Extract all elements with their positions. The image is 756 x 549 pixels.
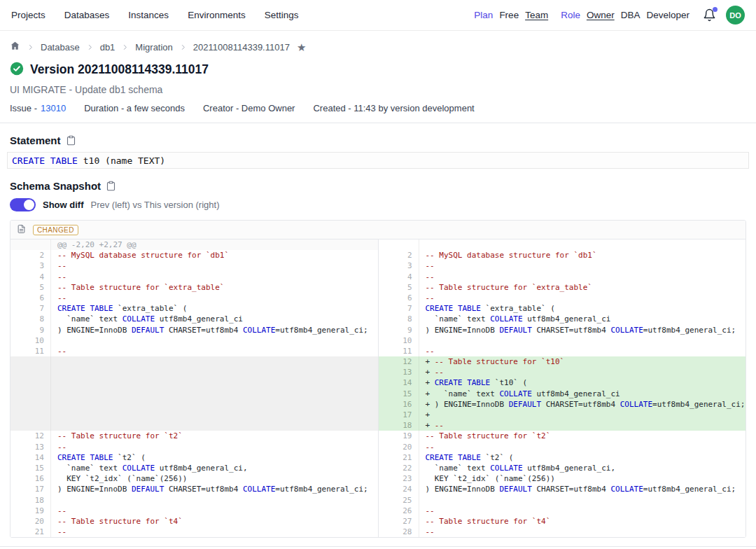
snapshot-section-header: Schema Snapshot — [10, 180, 746, 192]
line-number: 17 — [10, 484, 51, 494]
line-number: 19 — [10, 506, 51, 516]
diff-cell-right: 28-- — [379, 527, 746, 537]
diff-body[interactable]: @@ -2,20 +2,27 @@2-- MySQL database stru… — [10, 239, 746, 537]
code-line: -- — [51, 260, 378, 271]
role-option-owner[interactable]: Owner — [587, 10, 615, 20]
bell-icon[interactable] — [703, 8, 717, 22]
home-icon[interactable] — [10, 41, 20, 53]
breadcrumb-db1[interactable]: db1 — [100, 42, 115, 53]
line-number — [10, 399, 51, 410]
nav-right: Plan Free Team Role Owner DBA Developer … — [474, 6, 745, 25]
diff-row: 7CREATE TABLE `extra_table` (7CREATE TAB… — [10, 303, 746, 314]
code-line: -- — [51, 527, 378, 537]
chevron-right-icon — [121, 43, 129, 51]
plan-option-team[interactable]: Team — [525, 10, 548, 20]
code-line: CREATE TABLE `extra_table` ( — [51, 303, 378, 314]
show-diff-toggle[interactable] — [10, 198, 36, 211]
diff-cell-left: 21-- — [10, 527, 379, 537]
diff-cell-left — [10, 399, 379, 410]
nav-item-instances[interactable]: Instances — [128, 10, 169, 20]
divider — [0, 123, 756, 123]
code-line: -- Table structure for `t4` — [419, 516, 746, 527]
code-line: -- — [419, 527, 746, 537]
line-number: 18 — [379, 420, 419, 431]
plan-option-free[interactable]: Free — [499, 10, 519, 20]
line-number — [10, 377, 51, 388]
breadcrumb-migration[interactable]: Migration — [135, 42, 172, 53]
diff-cell-right: 4-- — [379, 272, 746, 282]
diff-cell-left — [10, 420, 379, 431]
code-line: KEY `t2_idx` (`name`(256)) — [51, 473, 378, 484]
role-option-developer[interactable]: Developer — [646, 10, 690, 20]
code-line: @@ -2,20 +2,27 @@ — [51, 239, 378, 250]
line-number: 25 — [379, 495, 419, 506]
code-line — [51, 356, 378, 367]
line-number: 8 — [379, 314, 419, 324]
diff-row: 11--11-- — [10, 346, 746, 356]
line-number — [379, 239, 419, 250]
diff-cell-right: 6-- — [379, 293, 746, 303]
diff-row: 12-- Table structure for `t2`19-- Table … — [10, 431, 746, 441]
code-line: -- Table structure for `extra_table` — [51, 282, 378, 293]
snapshot-heading: Schema Snapshot — [10, 180, 101, 192]
diff-row: @@ -2,20 +2,27 @@ — [10, 239, 746, 250]
nav-item-projects[interactable]: Projects — [11, 10, 46, 20]
line-number: 4 — [10, 272, 51, 282]
code-line: -- — [419, 442, 746, 452]
diff-row: 12+ -- Table structure for `t10` — [10, 356, 746, 367]
code-line: -- MySQL database structure for `db1` — [51, 250, 378, 260]
diff-cell-left: 4-- — [10, 272, 379, 282]
diff-cell-left — [10, 367, 379, 377]
nav-item-environments[interactable]: Environments — [188, 10, 246, 20]
code-line: -- — [419, 506, 746, 516]
code-line: + -- — [419, 420, 746, 431]
code-line: -- — [51, 272, 378, 282]
diff-cell-right: 9) ENGINE=InnoDB DEFAULT CHARSET=utf8mb4… — [379, 325, 746, 335]
star-icon[interactable]: ★ — [297, 42, 306, 53]
diff-row: 9) ENGINE=InnoDB DEFAULT CHARSET=utf8mb4… — [10, 325, 746, 335]
diff-cell-right: 16+ ) ENGINE=InnoDB DEFAULT CHARSET=utf8… — [379, 399, 746, 410]
copy-icon[interactable] — [66, 135, 76, 146]
diff-cell-right: 26-- — [379, 506, 746, 516]
role-option-dba[interactable]: DBA — [621, 10, 640, 20]
line-number: 14 — [379, 377, 419, 388]
role-label[interactable]: Role — [561, 10, 580, 20]
copy-icon[interactable] — [106, 181, 116, 191]
line-number: 6 — [379, 293, 419, 303]
code-line: -- Table structure for `t4` — [51, 516, 378, 527]
code-line — [51, 420, 378, 431]
plan-label[interactable]: Plan — [474, 10, 493, 20]
diff-row: 20-- Table structure for `t4`27-- Table … — [10, 516, 746, 527]
line-number — [10, 420, 51, 431]
nav-item-settings[interactable]: Settings — [265, 10, 299, 20]
line-number: 10 — [379, 335, 419, 346]
line-number — [10, 410, 51, 420]
nav-item-databases[interactable]: Databases — [64, 10, 110, 20]
show-diff-row: Show diff Prev (left) vs This version (r… — [10, 197, 746, 211]
chevron-right-icon — [27, 43, 34, 51]
diff-cell-left — [10, 377, 379, 388]
changed-badge: CHANGED — [33, 225, 78, 235]
footer-divider — [0, 546, 756, 547]
line-number: 3 — [379, 260, 419, 271]
diff-row: 13+ -- — [10, 367, 746, 377]
issue-link[interactable]: 13010 — [41, 103, 66, 113]
code-line: CREATE TABLE `t2` ( — [419, 452, 746, 463]
meta-creator: Creator - Demo Owner — [203, 103, 295, 113]
diff-cell-right: 2-- MySQL database structure for `db1` — [379, 250, 746, 260]
notification-dot — [713, 7, 718, 12]
diff-cell-left: 9) ENGINE=InnoDB DEFAULT CHARSET=utf8mb4… — [10, 325, 379, 335]
diff-cell-left: 11-- — [10, 346, 379, 356]
line-number — [10, 389, 51, 399]
code-line: -- — [419, 293, 746, 303]
chevron-right-icon — [86, 43, 94, 51]
top-nav: Projects Databases Instances Environment… — [0, 0, 756, 31]
breadcrumb-database[interactable]: Database — [41, 42, 80, 53]
diff-row: 21--28-- — [10, 527, 746, 537]
code-line: ) ENGINE=InnoDB DEFAULT CHARSET=utf8mb4 … — [51, 484, 378, 494]
line-number: 8 — [10, 314, 51, 324]
avatar[interactable]: DO — [726, 6, 745, 25]
meta-issue-label: Issue - — [10, 103, 37, 113]
code-line: + ) ENGINE=InnoDB DEFAULT CHARSET=utf8mb… — [419, 399, 746, 410]
breadcrumb-version[interactable]: 20211008114339.11017 — [193, 42, 290, 53]
